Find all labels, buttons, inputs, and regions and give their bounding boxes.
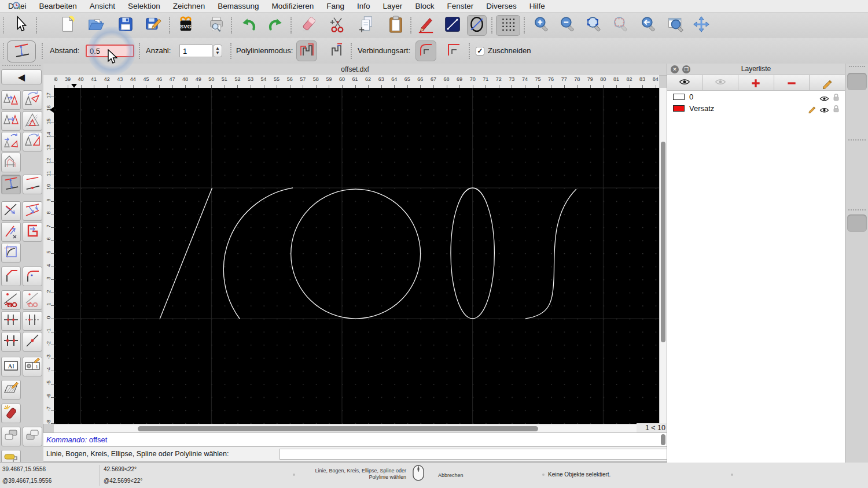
shape-ellipse-button[interactable]	[467, 15, 487, 36]
remove-layer-button[interactable]	[774, 75, 810, 90]
toolbar-drag-handle[interactable]	[3, 17, 6, 34]
tool-auto-trim[interactable]	[1, 243, 21, 263]
layer-row-0[interactable]: 0	[667, 91, 845, 103]
menu-fenster[interactable]: Fenster	[440, 0, 480, 13]
copy-button[interactable]	[357, 15, 377, 36]
menu-zeichnen[interactable]: Zeichnen	[167, 0, 212, 13]
zoom-in-button[interactable]	[532, 15, 551, 36]
tool-explode[interactable]	[1, 404, 21, 423]
join-round-button[interactable]	[415, 40, 436, 61]
edit-layer-button[interactable]	[810, 75, 845, 90]
float-panel-button[interactable]: ❐	[682, 65, 690, 73]
add-layer-button[interactable]	[738, 75, 774, 90]
menu-bearbeiten[interactable]: Bearbeiten	[33, 0, 83, 13]
save-as-button[interactable]	[144, 15, 163, 36]
print-preview-button[interactable]	[207, 15, 226, 36]
layer-lock-icon[interactable]	[833, 105, 840, 113]
dock-drag-handle[interactable]	[849, 66, 865, 67]
layer-visibility-icon[interactable]	[819, 94, 829, 101]
tool-offset[interactable]	[1, 175, 21, 194]
dock-command-line-button[interactable]	[847, 215, 867, 232]
grid-toggle-button[interactable]	[496, 15, 520, 36]
tool-lengthen[interactable]	[1, 222, 21, 242]
tool-break-segments[interactable]	[1, 332, 21, 352]
pan-button[interactable]	[692, 15, 711, 36]
menu-diverses[interactable]: Diverses	[480, 0, 523, 13]
polyline-offset-segment-button[interactable]	[325, 40, 346, 61]
tool-to-back[interactable]	[23, 427, 42, 446]
tool-offset-point[interactable]	[23, 175, 42, 194]
dock-property-editor-button[interactable]	[847, 145, 867, 162]
tool-break-manual[interactable]	[23, 311, 42, 331]
cut-button[interactable]	[328, 15, 348, 36]
view-back-button[interactable]	[639, 15, 659, 36]
horizontal-scrollbar[interactable]	[54, 424, 659, 432]
new-file-button[interactable]	[58, 15, 78, 36]
select-arrow-button[interactable]	[10, 15, 30, 36]
menu-selektion[interactable]: Selektion	[122, 0, 167, 13]
erase-button[interactable]	[299, 15, 319, 36]
close-panel-button[interactable]: ✕	[671, 65, 679, 73]
join-miter-button[interactable]	[443, 40, 464, 61]
layer-visibility-icon[interactable]	[819, 105, 829, 113]
tool-hatch-edit[interactable]	[1, 380, 21, 400]
tool-bevel[interactable]	[1, 267, 21, 286]
trim-checkbox[interactable]: ✓	[476, 47, 484, 56]
paste-button[interactable]	[386, 15, 406, 36]
toolbar-drag-handle[interactable]	[3, 43, 6, 59]
hide-all-layers-button[interactable]	[703, 75, 739, 90]
tool-flip[interactable]	[23, 132, 42, 151]
tool-clip-rectangle[interactable]	[23, 222, 42, 242]
command-input[interactable]	[279, 449, 692, 460]
tool-trim[interactable]	[1, 201, 21, 221]
tool-text-edit[interactable]: Al	[1, 357, 21, 376]
tool-scale[interactable]	[23, 111, 42, 131]
tool-divide[interactable]	[1, 290, 21, 310]
zoom-auto-button[interactable]	[584, 15, 604, 36]
zoom-previous-button[interactable]	[611, 15, 631, 36]
open-file-button[interactable]	[86, 15, 105, 36]
shape-line-button[interactable]	[443, 15, 462, 36]
menu-layer[interactable]: Layer	[377, 0, 409, 13]
palette-back-button[interactable]: ◀	[1, 69, 42, 84]
menu-bemassung[interactable]: Bemassung	[211, 0, 265, 13]
dock-clipboard-panel-button[interactable]	[847, 239, 867, 256]
dock-selection-filter-button[interactable]	[847, 168, 867, 185]
command-history-scrollbar[interactable]	[661, 434, 665, 445]
command-history[interactable]: Kommando: offset	[43, 432, 667, 447]
menu-hilfe[interactable]: Hilfe	[523, 0, 551, 13]
drawing-canvas[interactable]	[54, 88, 659, 424]
tool-break[interactable]	[1, 311, 21, 331]
tool-edit-attributes[interactable]: .1	[23, 357, 42, 376]
tool-move[interactable]	[1, 90, 21, 110]
count-stepper[interactable]: ▲▼	[213, 45, 222, 57]
horizontal-scrollbar-thumb[interactable]	[138, 426, 538, 431]
show-all-layers-button[interactable]	[667, 75, 703, 90]
menu-modifizieren[interactable]: Modifizieren	[266, 0, 321, 13]
tool-trim-both[interactable]	[23, 201, 42, 221]
tool-break-point[interactable]	[23, 332, 42, 352]
layer-row-Versatz[interactable]: Versatz	[667, 103, 845, 114]
distance-input[interactable]	[86, 45, 134, 57]
menu-fang[interactable]: Fang	[320, 0, 351, 13]
menu-block[interactable]: Block	[409, 0, 440, 13]
menu-info[interactable]: Info	[351, 0, 377, 13]
zoom-out-button[interactable]	[558, 15, 578, 36]
layer-lock-icon[interactable]	[833, 93, 840, 102]
dock-block-list-button[interactable]	[847, 96, 867, 113]
dock-layer-list-button[interactable]	[847, 73, 867, 90]
vertical-scrollbar-thumb[interactable]	[661, 142, 665, 342]
layer-color-swatch[interactable]	[673, 105, 685, 112]
layer-color-swatch[interactable]	[673, 94, 685, 100]
tool-round[interactable]	[23, 267, 42, 286]
offset-tool-button[interactable]	[7, 40, 36, 62]
menu-ansicht[interactable]: Ansicht	[83, 0, 122, 13]
dock-view-panel-button[interactable]	[847, 119, 867, 136]
svg-export-button[interactable]: SVG	[176, 15, 196, 36]
zoom-window-button[interactable]	[666, 15, 686, 36]
drawing-preferences-button[interactable]	[416, 15, 436, 36]
tool-rotate[interactable]	[23, 90, 42, 110]
vertical-scrollbar[interactable]	[659, 88, 667, 424]
tool-offset-polygon[interactable]	[1, 153, 21, 172]
tool-to-front[interactable]	[1, 427, 21, 446]
